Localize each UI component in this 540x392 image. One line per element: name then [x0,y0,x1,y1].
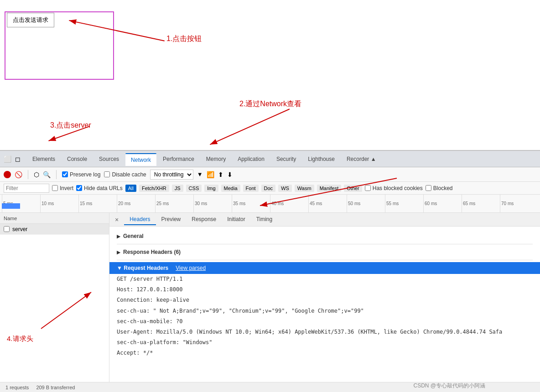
general-section-header[interactable]: ▶ General [117,230,533,242]
filter-tag-all[interactable]: All [125,185,136,192]
download-icon[interactable]: ⬇ [227,171,233,178]
general-arrow-icon: ▶ [117,234,120,239]
request-name-server: server [12,226,27,232]
transferred-size: 209 B transferred [36,385,75,390]
request-headers-row: ▼ Request Headers View parsed [109,262,540,274]
header-line-sec-ch-ua-mobile: sec-ch-ua-mobile: ?0 [117,316,533,327]
invert-checkbox[interactable] [52,185,58,191]
blocked-text: Blocked [433,185,453,191]
has-blocked-text: Has blocked cookies [373,185,423,191]
close-button[interactable]: × [111,214,122,225]
hide-data-urls-checkbox[interactable] [76,185,82,191]
subtab-initiator[interactable]: Initiator [222,214,250,225]
toolbar-separator-2 [56,170,57,179]
throttle-arrow-icon: ▼ [197,171,203,178]
filter-tag-ws[interactable]: WS [278,185,292,192]
header-line-accept: Accept: */* [117,348,533,358]
filter-tag-css[interactable]: CSS [186,185,202,192]
record-button[interactable] [4,171,11,178]
blocked-checkbox[interactable] [426,185,431,191]
tab-memory[interactable]: Memory [201,153,231,165]
hide-data-urls-text: Hide data URLs [84,185,123,191]
timeline-label-50ms: 50 ms [347,195,385,212]
filter-tag-wasm[interactable]: Wasm [295,185,314,192]
purple-highlight-box [5,11,114,80]
disable-cache-checkbox[interactable] [104,171,110,177]
headers-subtabs: × Headers Preview Response Initiator Tim… [109,213,540,227]
subtab-preview[interactable]: Preview [156,214,187,225]
view-parsed-button[interactable]: View parsed [176,265,206,271]
timeline-labels: 5 ms 10 ms 15 ms 20 ms 25 ms 30 ms 35 ms… [0,195,540,212]
header-line-user-agent: User-Agent: Mozilla/5.0 (Windows NT 10.0… [117,327,533,337]
inspect-icon[interactable]: ◻ [15,155,21,163]
stop-button[interactable]: 🚫 [15,171,22,178]
header-line-host: Host: 127.0.0.1:8000 [117,284,533,295]
preserve-log-label[interactable]: Preserve log [62,171,100,178]
svg-line-2 [210,109,289,144]
general-divider [117,244,533,244]
filter-input[interactable] [4,184,49,193]
filter-tag-js[interactable]: JS [172,185,183,192]
filter-tag-font[interactable]: Font [243,185,259,192]
headers-content: ▶ General ▶ Response Headers (6) ▼ Reque… [109,227,540,362]
preserve-log-checkbox[interactable] [62,171,68,177]
tab-application[interactable]: Application [232,153,270,165]
annotation-4: 4.请求头 [7,335,33,343]
tab-console[interactable]: Console [62,153,93,165]
response-headers-section-header[interactable]: ▶ Response Headers (6) [117,246,533,258]
timeline-label-25ms: 25 ms [155,195,193,212]
tab-recorder[interactable]: Recorder ▲ [341,153,382,165]
filter-tag-other[interactable]: Other [344,185,362,192]
throttle-select[interactable]: No throttling [150,170,193,180]
headers-panel: × Headers Preview Response Initiator Tim… [109,213,540,392]
has-blocked-label[interactable]: Has blocked cookies [365,185,423,191]
response-headers-label: Response Headers (6) [123,249,181,255]
request-row-server[interactable]: server [0,224,109,235]
upload-icon[interactable]: ⬆ [218,171,223,178]
subtab-headers[interactable]: Headers [124,214,156,225]
timeline-label-40ms: 40 ms [270,195,308,212]
invert-text: Invert [60,185,73,191]
filter-tag-doc[interactable]: Doc [261,185,276,192]
filter-tag-media[interactable]: Media [221,185,240,192]
request-headers-label: ▼ Request Headers [117,265,168,271]
devtools-tab-bar: ⬜ ◻ Elements Console Sources Network Per… [0,151,540,167]
wifi-icon[interactable]: 📶 [207,171,214,178]
timeline-label-20ms: 20 ms [117,195,155,212]
tab-elements[interactable]: Elements [27,153,61,165]
toolbar-separator-1 [28,170,28,179]
filter-tag-img[interactable]: Img [204,185,218,192]
disable-cache-label[interactable]: Disable cache [104,171,146,178]
tab-lighthouse[interactable]: Lighthouse [302,153,340,165]
tab-sources[interactable]: Sources [93,153,125,165]
cursor-icon[interactable]: ⬜ [4,155,11,163]
main-content: Name server 4.请求头 × Headers Preview Resp… [0,213,540,392]
tab-performance[interactable]: Performance [157,153,200,165]
subtab-timing[interactable]: Timing [251,214,278,225]
header-line-sec-ch-ua-platform: sec-ch-ua-platform: "Windows" [117,337,533,348]
tab-security[interactable]: Security [271,153,301,165]
hide-data-urls-label[interactable]: Hide data URLs [76,185,123,191]
response-headers-arrow-icon: ▶ [117,250,120,255]
filter-icon[interactable]: ⬡ [34,171,39,178]
timeline-label-60ms: 60 ms [423,195,462,212]
filter-tag-fetch[interactable]: Fetch/XHR [139,185,169,192]
header-line-sec-ch-ua: sec-ch-ua: " Not A;Brand";v="99", "Chrom… [117,306,533,316]
blocked-label[interactable]: Blocked [426,185,453,191]
csdn-watermark: CSDN @专心敲代码的小阿涵 [413,382,485,390]
general-label: General [123,233,144,239]
name-column-header: Name [4,216,17,221]
search-icon[interactable]: 🔍 [43,171,51,178]
request-checkbox-server[interactable] [4,226,10,232]
top-area: 点击发送请求 1.点击按钮 2.通过Network查看 3.点击server [0,0,540,150]
filter-tag-manifest[interactable]: Manifest [317,185,342,192]
invert-label[interactable]: Invert [52,185,73,191]
annotation-2: 2.通过Network查看 [239,99,301,109]
tab-network[interactable]: Network [125,153,156,166]
has-blocked-checkbox[interactable] [365,185,371,191]
timeline-bar [2,203,20,209]
devtools-panel: ⬜ ◻ Elements Console Sources Network Per… [0,150,540,392]
requests-panel: Name server 4.请求头 [0,213,109,392]
response-headers-divider [117,260,533,260]
subtab-response[interactable]: Response [186,214,222,225]
